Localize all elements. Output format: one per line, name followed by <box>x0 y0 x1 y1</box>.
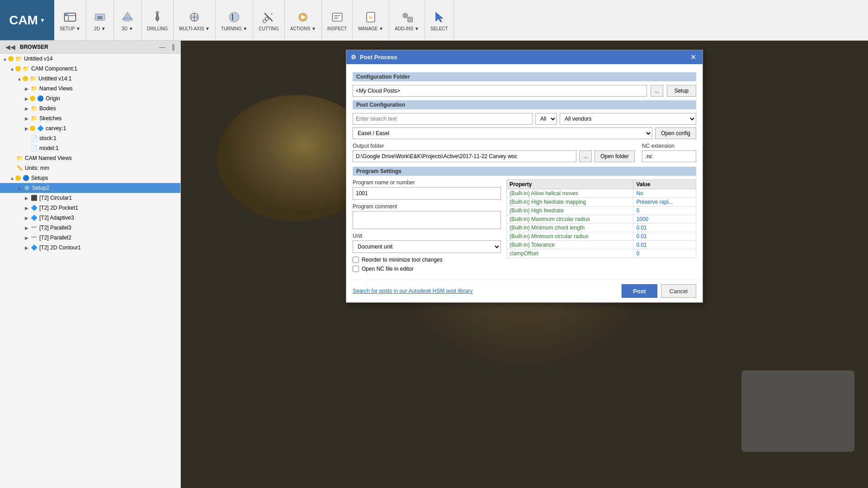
unit-select[interactable]: Document unit <box>353 240 501 253</box>
tree-item[interactable]: ▶ 〰 [T2] Parallel3 <box>0 223 180 233</box>
2d-label: 2D ▼ <box>94 26 105 31</box>
open-folder-button[interactable]: Open folder <box>594 150 635 162</box>
post-button[interactable]: Post <box>622 284 657 298</box>
tree-item[interactable]: 📁 CAM Named Views <box>0 153 180 163</box>
tree-item[interactable]: ▶ 📁 Bodies <box>0 103 180 113</box>
property-row[interactable]: (Built-in) Maximum circular radius1000 <box>507 215 696 224</box>
property-row[interactable]: (Built-in) Tolerance0.01 <box>507 241 696 249</box>
tree-item[interactable]: ▲ 📁 Untitled v14 <box>0 54 180 64</box>
open-nc-label: Open NC file in editor <box>362 266 414 272</box>
drilling-label: DRILLING <box>147 26 168 31</box>
tree-item[interactable]: ▶ ⬛ [T2] Circular1 <box>0 193 180 203</box>
property-row[interactable]: (Built-in) Minimum circular radius0.01 <box>507 232 696 241</box>
tree-item[interactable]: ▶ 🔷 [T2] Adaptive3 <box>0 213 180 223</box>
tree-item[interactable]: ▶ 📁 Sketches <box>0 113 180 123</box>
select-label: SELECT <box>430 26 448 31</box>
actions-icon <box>295 9 311 25</box>
post-configuration-select[interactable]: Easel / Easel <box>353 127 652 139</box>
program-name-input[interactable] <box>353 187 501 200</box>
toolbar-cutting-button[interactable]: CUTTING <box>257 8 280 32</box>
property-name-cell: clampOffset <box>507 249 633 258</box>
open-config-button[interactable]: Open config <box>655 127 696 139</box>
toolbar-actions-button[interactable]: ACTIONS ▼ <box>288 8 318 32</box>
property-row[interactable]: (Built-in) Allow helical movesNo <box>507 189 696 198</box>
property-row[interactable]: (Built-in) High feedrate0 <box>507 206 696 215</box>
tree-item-label: [T2] Circular1 <box>39 195 72 201</box>
config-folder-input[interactable] <box>353 85 647 97</box>
toolbar-addins-button[interactable]: ADD-INS ▼ <box>393 8 421 32</box>
tree-arrow: ▲ <box>2 56 8 61</box>
config-browse-button[interactable]: ... <box>651 85 663 97</box>
tree-item[interactable]: ▶ 〰 [T2] Parallel2 <box>0 233 180 243</box>
cam-logo[interactable]: CAM ▼ <box>0 0 54 40</box>
tree-item-label: [T2] Adaptive3 <box>39 215 74 221</box>
tree-item[interactable]: 📄 model:1 <box>0 143 180 153</box>
dialog-close-button[interactable]: ✕ <box>689 53 698 61</box>
toolbar-inspect-button[interactable]: INSPECT <box>326 8 349 32</box>
browser-minimize-button[interactable]: — <box>157 42 167 52</box>
property-value-cell: 0.01 <box>633 224 696 232</box>
toolbar-select-button[interactable]: SELECT <box>429 8 450 32</box>
tree-item[interactable]: ▶ 📁 Named Views <box>0 84 180 94</box>
property-row[interactable]: (Built-in) Minimum chord length0.01 <box>507 224 696 232</box>
tree-item-label: stock:1 <box>39 135 57 141</box>
tree-item[interactable]: ▲ 📁 CAM Component:1 <box>0 64 180 74</box>
dialog-title: Post Process <box>360 54 397 61</box>
output-folder-input[interactable] <box>353 150 576 162</box>
property-value-cell: 0.01 <box>633 241 696 249</box>
tree-item[interactable]: ▲ 📁 Untitled v14:1 <box>0 74 180 84</box>
property-row[interactable]: (Built-in) High feedrate mappingPreserve… <box>507 198 696 206</box>
output-browse-button[interactable]: ... <box>579 150 592 162</box>
toolbar-multiaxis-button[interactable]: MULTI-AXIS ▼ <box>177 8 212 32</box>
property-row[interactable]: clampOffset0 <box>507 249 696 258</box>
svg-marker-30 <box>436 12 443 22</box>
cam-dropdown-arrow[interactable]: ▼ <box>40 17 45 23</box>
browser-collapse-button[interactable]: ‖ <box>170 42 177 52</box>
modal-overlay: ⚙ Post Process ✕ Configuration Folder ..… <box>181 41 868 488</box>
config-setup-button[interactable]: Setup <box>667 85 696 97</box>
toolbar-setup-button[interactable]: SETUP ▼ <box>58 8 82 32</box>
tree-item[interactable]: ▶ 🔷 [T2] 2D Contour1 <box>0 243 180 253</box>
folder-icon: 📁 <box>14 55 23 63</box>
tree-item[interactable]: 📏 Units: mm <box>0 163 180 173</box>
program-comment-input[interactable] <box>353 211 501 229</box>
tree-item[interactable]: ▶ 🔷 carvey:1 <box>0 123 180 133</box>
post-config-search-row: All All vendors <box>353 113 696 125</box>
browser-back-button[interactable]: ◀◀ <box>4 42 17 52</box>
toolbar-turning-button[interactable]: TURNING ▼ <box>219 8 249 32</box>
tree-item[interactable]: ▶ 🔵 Origin <box>0 94 180 103</box>
toolbar-3d-button[interactable]: 3D ▼ <box>118 8 137 32</box>
folder-icon: 📁 <box>29 75 37 83</box>
nc-extension-input[interactable] <box>642 150 696 162</box>
tree-arrow: ▶ <box>24 235 30 240</box>
reorder-checkbox[interactable] <box>353 257 359 263</box>
tree-item-label: Bodies <box>39 105 56 112</box>
tree-item-label: carvey:1 <box>46 125 66 131</box>
filter-vendors-select[interactable]: All vendors <box>560 113 696 125</box>
config-folder-section-header: Configuration Folder <box>353 72 696 81</box>
post-config-section-header: Post Configuration <box>353 100 696 109</box>
3d-icon <box>119 9 136 25</box>
tree-item[interactable]: ▲ 🔵 Setups <box>0 173 180 183</box>
open-nc-checkbox[interactable] <box>353 266 359 272</box>
visibility-dot <box>23 76 28 81</box>
post-search-input[interactable] <box>353 113 533 125</box>
tree-item-label: Named Views <box>39 85 73 92</box>
property-value-cell: Preserve rapi... <box>633 198 696 206</box>
browser-title: BROWSER <box>20 44 155 50</box>
toolbar-drilling-button[interactable]: DRILLING <box>145 8 170 32</box>
tree-item[interactable]: ▲ ⚙ Setup2 <box>0 183 180 193</box>
filter-all-select[interactable]: All <box>535 113 557 125</box>
tree-arrow: ▶ <box>24 86 30 91</box>
tree-item[interactable]: 📄 stock:1 <box>0 133 180 143</box>
cancel-button[interactable]: Cancel <box>661 284 696 298</box>
origin-icon: 🔵 <box>36 94 44 103</box>
toolbar-manage-button[interactable]: % MANAGE ▼ <box>356 8 385 32</box>
tree-item[interactable]: ▶ 🔷 [T2] 2D Pocket1 <box>0 203 180 213</box>
operation-icon: 🔷 <box>30 214 38 222</box>
tree-item-label: [T2] 2D Pocket1 <box>39 205 78 211</box>
post-library-link[interactable]: Search for posts in our Autodesk HSM pos… <box>353 288 618 294</box>
property-name-cell: (Built-in) Minimum chord length <box>507 224 633 232</box>
tree-item-label: Origin <box>46 95 60 102</box>
toolbar-2d-button[interactable]: 2D 2D ▼ <box>90 8 110 32</box>
